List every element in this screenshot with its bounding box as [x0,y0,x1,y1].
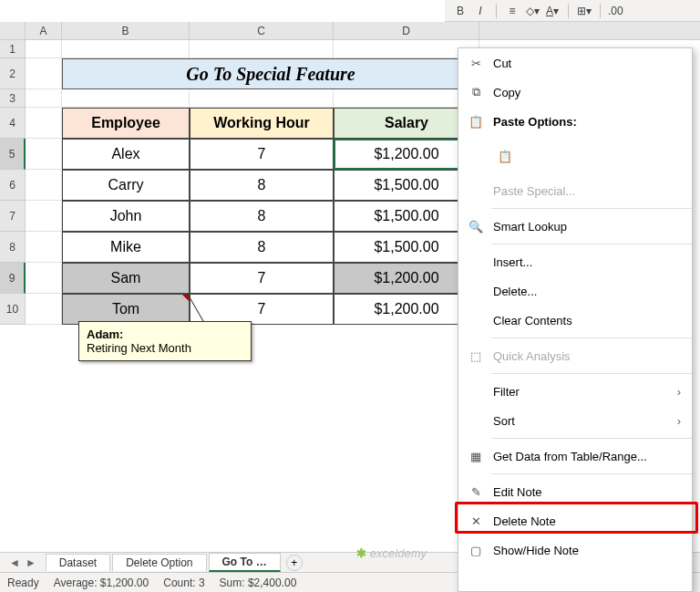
search-icon: 🔍 [468,218,484,234]
row-header-2[interactable]: 2 [0,58,26,89]
note-icon: ▢ [468,542,484,558]
row-header-10[interactable]: 10 [0,294,26,325]
sheet-tab[interactable]: Delete Option [112,554,206,571]
paste-options-row: 📋 [458,136,692,176]
menu-delete-note[interactable]: ✕ Delete Note [458,506,692,535]
tab-next-icon: ► [26,556,36,569]
table-icon: ▦ [468,448,484,464]
cell-employee[interactable]: Sam [62,263,190,294]
font-color-button[interactable]: A▾ [544,3,561,19]
status-count: Count: 3 [163,576,204,589]
delete-note-icon: ✕ [468,513,484,529]
row-header-9[interactable]: 9 [0,263,26,294]
cell-working-hour[interactable]: 8 [190,170,334,201]
menu-paste-options-label: 📋 Paste Options: [458,107,692,136]
col-header-b[interactable]: B [62,22,190,39]
menu-delete[interactable]: Delete... [458,276,692,306]
decimal-buttons[interactable]: .00 [608,5,623,17]
fill-color-button[interactable]: ◇▾ [524,3,540,19]
row-header-7[interactable]: 7 [0,201,26,232]
clipboard-icon: 📋 [468,113,484,130]
sheet-tab-active[interactable]: Go To … [209,553,281,572]
col-header-a[interactable]: A [26,22,62,39]
column-headers: A B C D [0,22,700,40]
col-header-d[interactable]: D [334,22,479,39]
row-header-3[interactable]: 3 [0,89,26,108]
header-employee[interactable]: Employee [62,108,190,139]
menu-filter[interactable]: Filter › [458,377,692,406]
menu-edit-note[interactable]: ✎ Edit Note [458,477,692,506]
paste-button[interactable]: 📋 [493,143,517,169]
select-all-corner[interactable] [0,22,26,39]
sheet-tab[interactable]: Dataset [46,554,110,571]
cell-working-hour[interactable]: 8 [190,232,334,263]
title-cell[interactable]: Go To Special Feature [62,58,479,89]
new-sheet-button[interactable]: + [286,555,303,571]
row-header-8[interactable]: 8 [0,232,26,263]
status-average: Average: $1,200.00 [54,576,149,589]
watermark: ✱ exceldemy [356,546,427,560]
row-header-1[interactable]: 1 [0,40,26,58]
align-button[interactable]: ≡ [504,3,520,19]
toolbar-fragment: B I ≡ ◇▾ A▾ ⊞▾ .00 [445,0,700,22]
cell-employee[interactable]: Tom [62,294,190,325]
copy-icon: ⧉ [468,84,484,100]
note-author: Adam: [87,327,243,341]
cell-employee[interactable]: Mike [62,232,190,263]
cell-working-hour[interactable]: 7 [190,263,334,294]
menu-show-hide-note[interactable]: ▢ Show/Hide Note [458,535,692,565]
cell-employee[interactable]: Alex [62,139,190,170]
italic-button[interactable]: I [472,3,489,19]
row-header-4[interactable]: 4 [0,108,26,139]
scissors-icon: ✂ [468,55,484,71]
status-sum: Sum: $2,400.00 [220,576,297,589]
menu-cut[interactable]: ✂ Cut [458,48,692,78]
quick-analysis-icon: ⬚ [468,348,484,364]
cell-working-hour[interactable]: 8 [190,201,334,232]
tab-prev-icon: ◄ [9,556,20,569]
bold-button[interactable]: B [452,3,468,19]
submenu-arrow-icon: › [677,385,681,399]
col-header-c[interactable]: C [190,22,334,39]
context-menu: ✂ Cut ⧉ Copy 📋 Paste Options: 📋 Paste Sp… [458,47,693,592]
menu-get-data[interactable]: ▦ Get Data from Table/Range... [458,441,692,471]
row-header-5[interactable]: 5 [0,139,26,170]
cell-working-hour[interactable]: 7 [190,139,334,170]
menu-copy[interactable]: ⧉ Copy [458,78,692,107]
menu-paste-special[interactable]: Paste Special... [458,176,692,205]
row-header-6[interactable]: 6 [0,170,26,201]
menu-clear-contents[interactable]: Clear Contents [458,306,692,335]
submenu-arrow-icon: › [677,414,681,428]
menu-sort[interactable]: Sort › [458,406,692,435]
borders-button[interactable]: ⊞▾ [576,3,592,19]
cell-working-hour[interactable]: 7 [190,294,334,325]
header-working-hour[interactable]: Working Hour [190,108,334,139]
menu-quick-analysis[interactable]: ⬚ Quick Analysis [458,341,692,370]
cell-note: Adam: Retiring Next Month [78,321,252,361]
menu-smart-lookup[interactable]: 🔍 Smart Lookup [458,212,692,241]
menu-insert[interactable]: Insert... [458,247,692,276]
note-text: Retiring Next Month [87,341,191,355]
edit-note-icon: ✎ [468,483,484,500]
tab-nav[interactable]: ◄► [0,556,46,569]
cell-employee[interactable]: Carry [62,170,190,201]
status-ready: Ready [7,576,39,589]
cell-employee[interactable]: John [62,201,190,232]
